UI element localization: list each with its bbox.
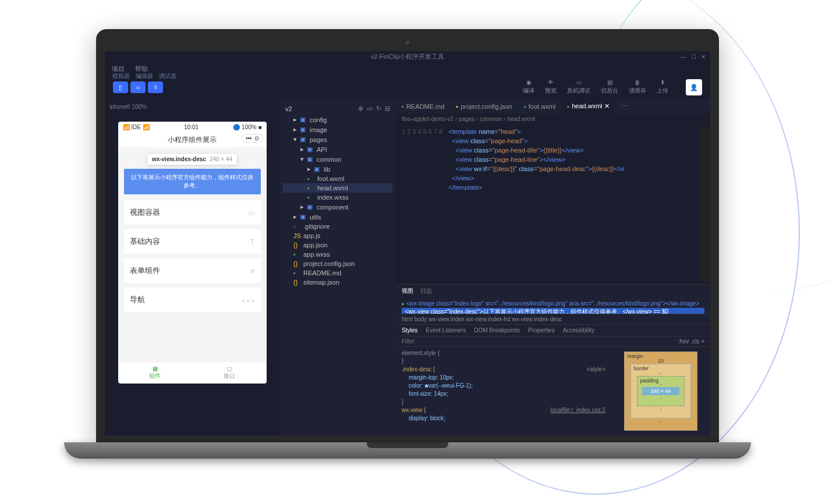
file-item[interactable]: ▫ .gitignore (283, 222, 392, 231)
box-model: margin10 border- padding- 240 × 44 - - - (611, 347, 710, 435)
clear-cache-button[interactable]: 🗑清缓存 (629, 79, 646, 95)
project-root[interactable]: v2 (285, 105, 292, 112)
file-item[interactable]: JS app.js (283, 231, 392, 240)
app-title: 小程序组件展示 (168, 136, 217, 144)
devtools-tab-console[interactable]: 日志 (420, 287, 432, 295)
file-item[interactable]: ▪ README.md (283, 268, 392, 278)
background-button[interactable]: ▤切后台 (601, 79, 618, 95)
file-explorer: v2 ⊕ ▭ ↻ ⊟ ▸ ▣ config▸ ▣ image▾ ▣ pages▸… (279, 99, 396, 435)
phone-preview: 📶 IDE 📶 10:01 🔵 100% ■ 小程序组件展示 •••⊙ wx-v… (118, 122, 267, 384)
file-item[interactable]: ▸ ▣ utils (283, 212, 392, 222)
file-item[interactable]: {} app.json (283, 240, 392, 250)
editor-button[interactable]: ‹› (130, 81, 146, 93)
toolbar: ▯ ‹› ⫴ 模拟器 编辑器 调试器 ◉编译 👁预览 ▭真机调试 ▤切后台 🗑清… (105, 76, 710, 99)
new-file-icon[interactable]: ⊕ (358, 105, 363, 112)
new-folder-icon[interactable]: ▭ (367, 105, 373, 112)
editor-tab[interactable]: ▪ head.wxml ✕ (561, 99, 615, 113)
menubar: 项目 帮助 (105, 62, 710, 76)
dom-breadcrumb[interactable]: html body wx-view.index wx-view.index-hd… (396, 314, 710, 325)
list-item[interactable]: 表单组件≡ (124, 258, 261, 283)
file-item[interactable]: ▸ ▣ lib (283, 164, 392, 174)
file-item[interactable]: ▪ app.wxss (283, 250, 392, 259)
file-item[interactable]: ▾ ▣ common (283, 154, 392, 164)
code-editor[interactable]: 1 2 3 4 5 6 7 8 <template name="head"> <… (396, 125, 710, 284)
refresh-icon[interactable]: ↻ (376, 105, 381, 112)
devtools-tab-elements[interactable]: 视图 (402, 287, 413, 295)
debugger-button[interactable]: ⫴ (148, 81, 163, 93)
minimap[interactable] (700, 127, 710, 282)
window-title: v2-FinClip小程序开发工具 (371, 52, 445, 61)
minimize-icon[interactable]: — (681, 54, 686, 60)
close-icon[interactable]: ✕ (701, 54, 706, 60)
file-item[interactable]: ▸ ▣ config (283, 115, 392, 125)
devtools-subtab[interactable]: Properties (528, 327, 555, 333)
laptop-frame: v2-FinClip小程序开发工具 — ☐ ✕ 项目 帮助 ▯ ‹› ⫴ 模拟器… (96, 29, 719, 471)
tab-components[interactable]: ▦组件 (118, 362, 193, 384)
highlighted-element[interactable]: 以下将展示小程序官方组件能力，组件样式仅供参考。 (124, 169, 261, 194)
file-item[interactable]: ▸ ▣ API (283, 144, 392, 154)
dom-tree[interactable]: ▸ <wx-image class="index-logo" src="../r… (396, 297, 710, 314)
devtools-subtab[interactable]: Accessibility (563, 327, 594, 333)
inspector-tooltip: wx-view.index-desc 240 × 44 (147, 153, 238, 165)
simulator-panel: iphone6 100% 📶 IDE 📶 10:01 🔵 100% ■ 小程序组… (105, 99, 279, 435)
editor-tab[interactable]: ▪ foot.wxml (518, 99, 561, 113)
list-item[interactable]: 基础内容T (124, 229, 261, 254)
capsule-button[interactable]: •••⊙ (242, 134, 263, 143)
file-item[interactable]: {} sitemap.json (283, 278, 392, 287)
list-item[interactable]: 视图容器▭ (124, 200, 261, 225)
simulator-button[interactable]: ▯ (113, 81, 128, 93)
style-filter-input[interactable] (402, 338, 674, 345)
device-info[interactable]: iphone6 100% (109, 104, 275, 110)
editor-tabs: ▪ README.md▪ project.config.json▪ foot.w… (396, 99, 710, 113)
collapse-icon[interactable]: ⊟ (385, 105, 390, 112)
user-avatar[interactable]: 👤 (686, 79, 702, 95)
remote-debug-button[interactable]: ▭真机调试 (567, 79, 590, 95)
devtools-subtab[interactable]: Styles (402, 327, 417, 333)
compile-button[interactable]: ◉编译 (523, 79, 534, 95)
file-item[interactable]: ▪ foot.wxml (283, 174, 392, 183)
tab-api[interactable]: ◻接口 (192, 362, 267, 384)
devtools-subtab[interactable]: Event Listeners (426, 327, 466, 333)
file-item[interactable]: {} project.config.json (283, 259, 392, 268)
file-item[interactable]: ▸ ▣ image (283, 125, 392, 134)
preview-button[interactable]: 👁预览 (545, 79, 557, 95)
devtools-subtab[interactable]: DOM Breakpoints (474, 327, 520, 333)
file-item[interactable]: ▾ ▣ pages (283, 134, 392, 144)
editor-tab[interactable]: ▪ project.config.json (450, 99, 518, 113)
file-item[interactable]: ▪ head.wxml (283, 183, 392, 193)
maximize-icon[interactable]: ☐ (691, 54, 696, 60)
list-item[interactable]: 导航∘∘∘ (124, 288, 261, 312)
more-tabs-icon[interactable]: ⋯ (615, 99, 633, 113)
styles-pane[interactable]: element.style { } .index-desc {<style> m… (396, 347, 611, 435)
file-item[interactable]: ▸ ▣ component (283, 202, 392, 212)
window-titlebar: v2-FinClip小程序开发工具 — ☐ ✕ (105, 51, 710, 62)
breadcrumb[interactable]: fino-applet-demo-v2 › pages › common › h… (396, 113, 710, 125)
file-item[interactable]: ▪ index.wxss (283, 193, 392, 202)
upload-button[interactable]: ⬆上传 (657, 79, 668, 95)
devtools-panel: 视图 日志 ▸ <wx-image class="index-logo" src… (396, 284, 710, 435)
editor-tab[interactable]: ▪ README.md (396, 99, 450, 113)
